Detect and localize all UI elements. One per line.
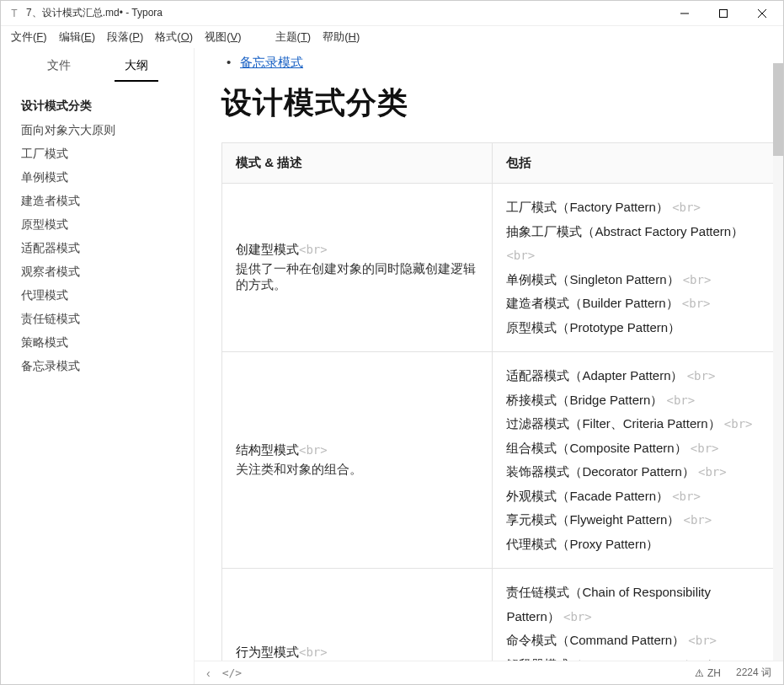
back-icon[interactable]: ‹ bbox=[206, 666, 211, 680]
outline-list[interactable]: 设计模式分类 面向对象六大原则 工厂模式 单例模式 建造者模式 原型模式 适配器… bbox=[1, 82, 194, 390]
br-tag: <br> bbox=[683, 273, 712, 286]
pattern-line: 过滤器模式（Filter、Criteria Pattern） <br> bbox=[506, 412, 760, 436]
outline-item[interactable]: 适配器模式 bbox=[8, 237, 187, 260]
br-tag: <br> bbox=[666, 393, 695, 407]
menu-view[interactable]: 视图(V) bbox=[200, 28, 246, 46]
br-tag: <br> bbox=[563, 610, 592, 623]
outline-item[interactable]: 原型模式 bbox=[8, 213, 187, 237]
pattern-line: 单例模式（Singleton Pattern） <br> bbox=[506, 268, 760, 292]
th-includes: 包括 bbox=[493, 143, 775, 184]
pattern-name: 建造者模式（Builder Pattern） bbox=[506, 296, 681, 310]
menu-paragraph[interactable]: 段落(P) bbox=[102, 28, 148, 46]
tab-outline[interactable]: 大纲 bbox=[115, 51, 158, 82]
pattern-name: 单例模式（Singleton Pattern） bbox=[506, 272, 682, 286]
tab-files[interactable]: 文件 bbox=[37, 51, 81, 82]
pattern-name: 过滤器模式（Filter、Criteria Pattern） bbox=[506, 416, 723, 431]
br-tag: <br> bbox=[687, 369, 716, 383]
br-tag: <br> bbox=[688, 634, 717, 647]
pattern-line: 解释器模式（Interpreter Pattern） <br> bbox=[506, 653, 760, 661]
window-controls bbox=[665, 1, 781, 26]
pattern-name: 适配器模式（Adapter Pattern） bbox=[506, 368, 686, 383]
pattern-line: 抽象工厂模式（Abstract Factory Pattern） <br> bbox=[506, 220, 760, 268]
titlebar: T 7、设计模式汇总.md• - Typora bbox=[1, 1, 783, 26]
pattern-name: 解释器模式（Interpreter Pattern） bbox=[506, 657, 701, 661]
pattern-name: 抽象工厂模式（Abstract Factory Pattern） bbox=[506, 224, 744, 238]
patterns-cell: 适配器模式（Adapter Pattern） <br>桥接模式（Bridge P… bbox=[493, 352, 775, 569]
category-desc: 关注类和对象的组合。 bbox=[236, 462, 478, 478]
svg-rect-1 bbox=[720, 9, 728, 17]
br-tag: <br> bbox=[682, 297, 711, 310]
minimize-button[interactable] bbox=[665, 1, 704, 26]
menu-edit[interactable]: 编辑(E) bbox=[54, 28, 100, 46]
br-tag: <br> bbox=[724, 417, 753, 431]
pattern-line: 建造者模式（Builder Pattern） <br> bbox=[506, 292, 760, 316]
outline-item[interactable]: 备忘录模式 bbox=[8, 355, 187, 378]
editor-wrap: 备忘录模式 设计模式分类 模式 & 描述 包括 创建型模式<br>提供了一种在创… bbox=[195, 48, 783, 684]
pattern-line: 命令模式（Command Pattern） <br> bbox=[506, 629, 760, 653]
menu-format[interactable]: 格式(O) bbox=[150, 28, 198, 46]
pattern-name: 命令模式（Command Pattern） bbox=[506, 633, 688, 647]
outline-item[interactable]: 策略模式 bbox=[8, 331, 187, 355]
pattern-name: 代理模式（Proxy Pattern） bbox=[506, 537, 659, 551]
br-tag: <br> bbox=[701, 658, 729, 661]
word-count[interactable]: 2224 词 bbox=[736, 666, 771, 680]
br-tag: <br> bbox=[299, 443, 328, 457]
outline-item[interactable]: 工厂模式 bbox=[8, 142, 187, 166]
outline-item[interactable]: 观察者模式 bbox=[8, 260, 187, 284]
pattern-name: 享元模式（Flyweight Pattern） bbox=[506, 512, 683, 527]
table-row: 创建型模式<br>提供了一种在创建对象的同时隐藏创建逻辑的方式。工厂模式（Fac… bbox=[222, 184, 775, 352]
br-tag: <br> bbox=[698, 465, 727, 479]
category-name: 创建型模式 bbox=[236, 242, 299, 256]
menubar: 文件(F) 编辑(E) 段落(P) 格式(O) 视图(V) 主题(T) 帮助(H… bbox=[1, 26, 783, 48]
th-mode-desc: 模式 & 描述 bbox=[222, 143, 493, 184]
category-cell: 结构型模式<br>关注类和对象的组合。 bbox=[222, 352, 493, 569]
sidebar-tabs: 文件 大纲 bbox=[1, 48, 194, 82]
menu-theme[interactable]: 主题(T) bbox=[270, 28, 317, 46]
category-name: 结构型模式 bbox=[236, 442, 299, 457]
source-mode-icon[interactable]: </> bbox=[222, 666, 242, 679]
lang-label: ZH bbox=[707, 667, 721, 679]
br-tag: <br> bbox=[672, 201, 701, 214]
br-tag: <br> bbox=[299, 243, 328, 256]
pattern-line: 外观模式（Facade Pattern） <br> bbox=[506, 484, 760, 509]
pattern-line: 桥接模式（Bridge Pattern） <br> bbox=[506, 388, 760, 413]
pattern-name: 装饰器模式（Decorator Pattern） bbox=[506, 464, 698, 479]
br-tag: <br> bbox=[672, 490, 701, 503]
pattern-line: 组合模式（Composite Pattern） <br> bbox=[506, 436, 760, 461]
sidebar: 文件 大纲 设计模式分类 面向对象六大原则 工厂模式 单例模式 建造者模式 原型… bbox=[1, 48, 195, 684]
close-button[interactable] bbox=[743, 1, 781, 26]
br-tag: <br> bbox=[683, 513, 712, 527]
window-title: 7、设计模式汇总.md• - Typora bbox=[26, 6, 665, 20]
category-desc: 提供了一种在创建对象的同时隐藏创建逻辑的方式。 bbox=[236, 261, 478, 293]
scrollbar-thumb[interactable] bbox=[773, 63, 783, 156]
patterns-table: 模式 & 描述 包括 创建型模式<br>提供了一种在创建对象的同时隐藏创建逻辑的… bbox=[221, 142, 775, 661]
outline-heading[interactable]: 设计模式分类 bbox=[8, 94, 187, 119]
pattern-name: 工厂模式（Factory Pattern） bbox=[506, 200, 672, 214]
spellcheck-indicator[interactable]: ⚠ ZH bbox=[695, 667, 721, 679]
pattern-line: 装饰器模式（Decorator Pattern） <br> bbox=[506, 460, 760, 484]
table-row: 结构型模式<br>关注类和对象的组合。适配器模式（Adapter Pattern… bbox=[222, 352, 775, 569]
pattern-line: 责任链模式（Chain of Responsibility Pattern） <… bbox=[506, 581, 760, 629]
pattern-line: 享元模式（Flyweight Pattern） <br> bbox=[506, 508, 760, 532]
pattern-line: 原型模式（Prototype Pattern） bbox=[506, 316, 760, 340]
app-icon: T bbox=[8, 7, 21, 20]
category-name: 行为型模式 bbox=[236, 645, 299, 659]
editor-area[interactable]: 备忘录模式 设计模式分类 模式 & 描述 包括 创建型模式<br>提供了一种在创… bbox=[195, 48, 783, 661]
pattern-name: 责任链模式（Chain of Responsibility Pattern） bbox=[506, 585, 711, 623]
toc-link[interactable]: 备忘录模式 bbox=[221, 55, 303, 71]
maximize-button[interactable] bbox=[704, 1, 743, 26]
menu-file[interactable]: 文件(F) bbox=[6, 28, 52, 46]
outline-item[interactable]: 面向对象六大原则 bbox=[8, 119, 187, 142]
pattern-name: 原型模式（Prototype Pattern） bbox=[506, 320, 680, 334]
pattern-name: 桥接模式（Bridge Pattern） bbox=[506, 393, 666, 407]
table-row: 行为型模式<br>责任链模式（Chain of Responsibility P… bbox=[222, 569, 775, 661]
pattern-line: 适配器模式（Adapter Pattern） <br> bbox=[506, 364, 760, 388]
outline-item[interactable]: 代理模式 bbox=[8, 284, 187, 308]
outline-item[interactable]: 建造者模式 bbox=[8, 190, 187, 213]
body: 文件 大纲 设计模式分类 面向对象六大原则 工厂模式 单例模式 建造者模式 原型… bbox=[1, 48, 783, 684]
menu-help[interactable]: 帮助(H) bbox=[317, 28, 365, 46]
category-cell: 创建型模式<br>提供了一种在创建对象的同时隐藏创建逻辑的方式。 bbox=[222, 184, 493, 352]
outline-item[interactable]: 责任链模式 bbox=[8, 308, 187, 331]
warning-icon: ⚠ bbox=[695, 667, 704, 679]
outline-item[interactable]: 单例模式 bbox=[8, 166, 187, 190]
